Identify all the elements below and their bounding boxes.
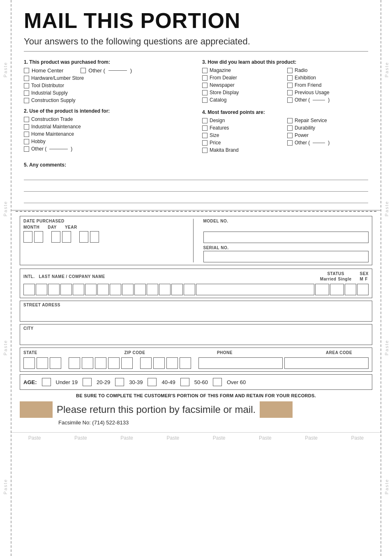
q1-hardware-checkbox[interactable]: [24, 76, 29, 81]
street-input[interactable]: [23, 308, 369, 320]
zip-cell-1[interactable]: [69, 357, 80, 369]
q3-newspaper-checkbox[interactable]: [202, 83, 208, 88]
day-cell-1[interactable]: [51, 231, 60, 243]
year-cell-2[interactable]: [90, 231, 99, 243]
q4-power-checkbox[interactable]: [287, 133, 293, 138]
name-cell-14[interactable]: [196, 284, 314, 295]
name-cell-9[interactable]: [134, 284, 146, 295]
q3-magazine-checkbox[interactable]: [202, 68, 208, 73]
zip-cell-3[interactable]: [95, 357, 106, 369]
q3-dealer-checkbox[interactable]: [202, 75, 208, 81]
q1-tool-checkbox[interactable]: [24, 83, 29, 88]
name-cell-6[interactable]: [97, 284, 109, 295]
zip-lbl: ZIP CODE: [124, 350, 212, 355]
q3-previous-label: Previous Usage: [295, 90, 330, 95]
phone-cell-2[interactable]: [153, 357, 165, 369]
q3-catalog-label: Catalog: [210, 97, 226, 103]
q1-industrial-checkbox[interactable]: [24, 90, 29, 96]
age-over60-box[interactable]: [213, 378, 222, 386]
name-cell-10[interactable]: [147, 284, 158, 295]
age-3039-box[interactable]: [115, 378, 124, 386]
month-cell-1[interactable]: [23, 231, 32, 243]
q2-home-checkbox[interactable]: [24, 132, 29, 137]
q3-radio-checkbox[interactable]: [287, 68, 293, 73]
year-cell-1[interactable]: [79, 231, 88, 243]
q4-durability-checkbox[interactable]: [287, 125, 293, 131]
name-cell-4[interactable]: [73, 284, 84, 295]
q3-exhibition-checkbox[interactable]: [287, 75, 293, 81]
model-no-input[interactable]: [203, 232, 369, 243]
serial-no-input[interactable]: [203, 251, 369, 262]
phone-cell-3[interactable]: [166, 357, 178, 369]
married-cell[interactable]: [315, 284, 329, 295]
state-cell-1[interactable]: [23, 357, 35, 369]
age-4049-box[interactable]: [148, 378, 157, 386]
name-cell-5[interactable]: [85, 284, 97, 295]
name-cell-7[interactable]: [110, 284, 121, 295]
phone-cell-1[interactable]: [140, 357, 152, 369]
area-cell-2[interactable]: [284, 357, 369, 369]
q1-home-center-checkbox[interactable]: [24, 68, 29, 73]
q2-industrial-checkbox[interactable]: [24, 124, 29, 130]
q2-other-label: Other (: [31, 146, 46, 152]
left-paste-1: Paste: [3, 62, 8, 77]
q4-makita-checkbox[interactable]: [202, 148, 208, 153]
q1-construction-checkbox[interactable]: [24, 98, 29, 103]
name-cell-11[interactable]: [159, 284, 171, 295]
q4-price-label: Price: [210, 140, 221, 146]
name-cell-1[interactable]: [36, 284, 47, 295]
q4-repair-checkbox[interactable]: [287, 118, 293, 123]
q4-makita-label: Makita Brand: [210, 147, 239, 153]
state-cell-3[interactable]: [50, 357, 61, 369]
bottom-paste-3: Paste: [120, 435, 133, 441]
bottom-paste-5: Paste: [213, 435, 226, 441]
age-under19-box[interactable]: [42, 378, 51, 386]
q3-magazine-label: Magazine: [210, 67, 231, 73]
state-cell-2[interactable]: [37, 357, 48, 369]
phone-cell-4[interactable]: [180, 357, 191, 369]
age-2029-box[interactable]: [83, 378, 92, 386]
area-cell-1[interactable]: [198, 357, 283, 369]
city-input[interactable]: [23, 331, 369, 343]
f-cell[interactable]: [357, 284, 369, 295]
q3-catalog-checkbox[interactable]: [202, 97, 208, 103]
name-cell-12[interactable]: [171, 284, 183, 295]
name-cell-3[interactable]: [60, 284, 72, 295]
day-cell-2[interactable]: [62, 231, 71, 243]
single-cell[interactable]: [330, 284, 344, 295]
question-4: 4. Most favored points are: Design Featu…: [202, 109, 368, 155]
bottom-paste-7: Paste: [305, 435, 318, 441]
name-cell-2[interactable]: [48, 284, 60, 295]
q4-size-checkbox[interactable]: [202, 133, 208, 138]
q4-other-checkbox[interactable]: [287, 140, 293, 146]
q2-other-checkbox[interactable]: [24, 146, 29, 152]
bottom-paste-1: Paste: [28, 435, 41, 441]
q4-features-checkbox[interactable]: [202, 125, 208, 131]
age-5060-box[interactable]: [180, 378, 189, 386]
intl-cell[interactable]: [23, 284, 35, 295]
q3-store-checkbox[interactable]: [202, 90, 208, 95]
q3-friend-checkbox[interactable]: [287, 83, 293, 88]
page-subtitle: Your answers to the following questions …: [24, 36, 368, 52]
status-label: STATUS: [320, 271, 352, 276]
zip-cell-4[interactable]: [108, 357, 120, 369]
q2-construction-checkbox[interactable]: [24, 117, 29, 122]
q3-previous-checkbox[interactable]: [287, 90, 293, 95]
right-color-block: [260, 401, 293, 418]
name-cell-13[interactable]: [184, 284, 195, 295]
right-paste-4: Paste: [384, 479, 389, 494]
married-label: Married: [320, 277, 337, 281]
month-cell-2[interactable]: [34, 231, 43, 243]
q3-other-checkbox[interactable]: [287, 97, 293, 103]
return-section: Please return this portion by facsimile …: [20, 401, 372, 418]
q2-hobby-label: Hobby: [31, 139, 46, 144]
bottom-paste-8: Paste: [351, 435, 364, 441]
q4-price-checkbox[interactable]: [202, 140, 208, 146]
zip-cell-5[interactable]: [121, 357, 133, 369]
name-cell-8[interactable]: [122, 284, 134, 295]
q1-other-checkbox[interactable]: [81, 68, 86, 73]
q4-design-checkbox[interactable]: [202, 118, 208, 123]
zip-cell-2[interactable]: [82, 357, 93, 369]
m-cell[interactable]: [345, 284, 356, 295]
q2-hobby-checkbox[interactable]: [24, 139, 29, 144]
